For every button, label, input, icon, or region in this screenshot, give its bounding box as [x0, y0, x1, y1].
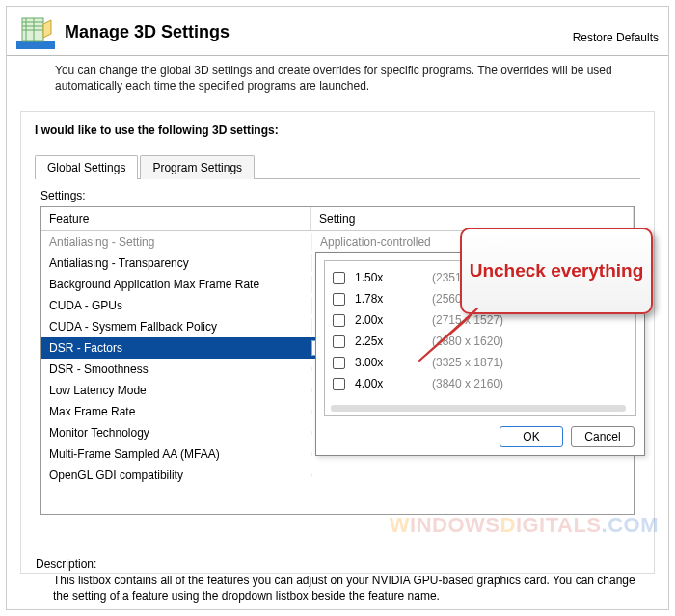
checkbox[interactable] [333, 314, 345, 327]
feature-cell: Antialiasing - Transparency [41, 254, 311, 272]
dsr-factor-label: 4.00x [355, 377, 432, 390]
table-row[interactable]: OpenGL GDI compatibility [41, 465, 634, 486]
feature-cell: OpenGL GDI compatibility [41, 467, 311, 484]
tab-row: Global Settings Program Settings [35, 154, 640, 179]
callout-text: Uncheck everything [470, 259, 644, 282]
horizontal-scrollbar[interactable] [331, 405, 626, 412]
description-text: This listbox contains all of the feature… [53, 573, 639, 603]
feature-cell: DSR - Smoothness [41, 361, 311, 378]
feature-cell: Low Latency Mode [41, 382, 311, 399]
annotation-callout: Uncheck everything [460, 228, 653, 314]
svg-marker-7 [43, 20, 51, 38]
feature-cell: Multi-Frame Sampled AA (MFAA) [41, 445, 311, 463]
restore-defaults-link[interactable]: Restore Defaults [573, 31, 659, 44]
ok-button[interactable]: OK [500, 426, 563, 447]
page-title: Manage 3D Settings [65, 22, 573, 42]
svg-rect-0 [16, 41, 55, 49]
checkbox[interactable] [333, 293, 345, 306]
section-heading: I would like to use the following 3D set… [35, 123, 640, 137]
description-label: Description: [36, 557, 96, 571]
intro-text: You can change the global 3D settings an… [7, 56, 668, 101]
tab-global-settings[interactable]: Global Settings [35, 155, 138, 179]
dsr-factor-label: 1.50x [355, 271, 432, 284]
feature-cell: CUDA - Sysmem Fallback Policy [41, 318, 311, 335]
checkbox[interactable] [333, 378, 345, 390]
settings-label: Settings: [40, 189, 634, 202]
tab-program-settings[interactable]: Program Settings [140, 155, 255, 179]
feature-cell: CUDA - GPUs [41, 297, 311, 314]
checkbox[interactable] [333, 357, 345, 369]
checkbox[interactable] [333, 272, 345, 284]
feature-cell: DSR - Factors [41, 339, 311, 357]
feature-cell: Antialiasing - Setting [41, 233, 311, 251]
watermark: WINDOWSDIGITALS.COM [390, 513, 659, 538]
feature-cell: Background Application Max Frame Rate [41, 276, 311, 293]
dsr-resolution-label: (3840 x 2160) [432, 377, 503, 390]
column-header-feature[interactable]: Feature [41, 207, 311, 230]
setting-cell [311, 473, 634, 477]
feature-cell: Monitor Technology [41, 424, 311, 442]
cancel-button[interactable]: Cancel [571, 426, 634, 447]
app-icon [16, 13, 55, 51]
dsr-option[interactable]: 4.00x(3840 x 2160) [333, 373, 628, 394]
feature-cell: Max Frame Rate [41, 403, 311, 420]
checkbox[interactable] [333, 335, 345, 348]
